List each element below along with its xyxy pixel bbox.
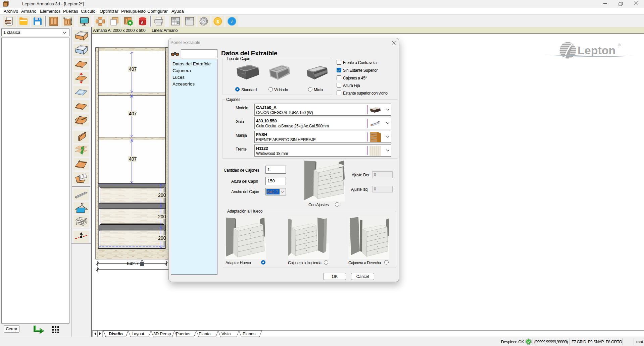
svg-text:Puertas: Puertas (176, 332, 190, 336)
svg-text:200: 200 (158, 235, 166, 241)
svg-text:200: 200 (158, 192, 166, 198)
svg-text:Planos: Planos (243, 332, 255, 336)
svg-text:407: 407 (129, 111, 137, 116)
svg-text:642.7: 642.7 (127, 261, 139, 266)
svg-text:Planta: Planta (199, 332, 210, 336)
svg-text:A: A (141, 21, 143, 24)
svg-text:200: 200 (158, 214, 166, 219)
svg-text:®: ® (618, 43, 621, 47)
svg-text:3D Persp.: 3D Persp. (153, 332, 172, 336)
svg-text:Lepton: Lepton (578, 44, 615, 57)
svg-text:407: 407 (129, 156, 137, 162)
svg-text:Diseño: Diseño (109, 332, 123, 336)
svg-text:407: 407 (129, 66, 137, 72)
svg-text:Vista: Vista (221, 332, 231, 336)
svg-text:ARM: ARM (5, 20, 11, 23)
svg-text:$: $ (216, 19, 219, 24)
svg-text:Layout: Layout (132, 332, 144, 336)
